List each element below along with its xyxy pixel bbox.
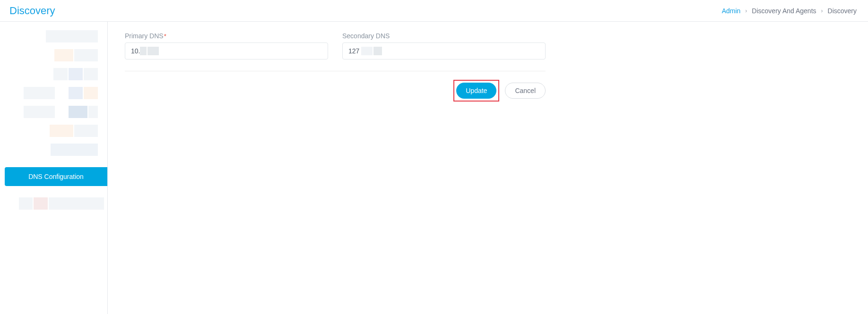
sidebar-placeholder (0, 144, 107, 156)
redacted-mask (373, 47, 382, 55)
content-area: Primary DNS* Secondary DNS U (108, 22, 868, 314)
update-highlight-box: Update (453, 80, 499, 102)
sidebar-item-dns-configuration[interactable]: DNS Configuration (5, 167, 107, 186)
redacted-mask (148, 47, 159, 55)
form-row: Primary DNS* Secondary DNS (125, 32, 851, 59)
sidebar: DNS Configuration (0, 22, 108, 314)
input-wrap (125, 42, 328, 59)
button-row: Update Cancel (125, 80, 546, 102)
label-text: Primary DNS (125, 32, 164, 40)
form-group-secondary-dns: Secondary DNS (342, 32, 546, 59)
input-wrap (342, 42, 546, 59)
redacted-mask (361, 47, 373, 55)
page-title: Discovery (9, 5, 55, 17)
secondary-dns-label: Secondary DNS (342, 32, 546, 40)
chevron-right-icon: › (821, 8, 823, 14)
redacted-mask (140, 47, 147, 55)
breadcrumb-admin[interactable]: Admin (722, 7, 741, 15)
sidebar-placeholder (0, 106, 107, 118)
breadcrumb-level2: Discovery (828, 7, 857, 15)
sidebar-placeholder (0, 125, 107, 137)
chevron-right-icon: › (745, 8, 747, 14)
breadcrumb-level1[interactable]: Discovery And Agents (752, 7, 816, 15)
form-group-primary-dns: Primary DNS* (125, 32, 328, 59)
divider (125, 71, 546, 71)
required-indicator: * (164, 33, 166, 40)
sidebar-placeholder (0, 30, 107, 42)
page-header: Discovery Admin › Discovery And Agents ›… (0, 0, 868, 22)
breadcrumb: Admin › Discovery And Agents › Discovery (722, 7, 857, 15)
sidebar-placeholder (0, 68, 107, 80)
secondary-dns-input[interactable] (342, 42, 546, 59)
sidebar-placeholder (0, 87, 107, 99)
main-layout: DNS Configuration Primary DNS* (0, 22, 868, 314)
sidebar-placeholder (0, 197, 107, 210)
sidebar-placeholder (0, 49, 107, 61)
cancel-button[interactable]: Cancel (505, 83, 546, 99)
update-button[interactable]: Update (456, 83, 496, 99)
primary-dns-label: Primary DNS* (125, 32, 328, 40)
